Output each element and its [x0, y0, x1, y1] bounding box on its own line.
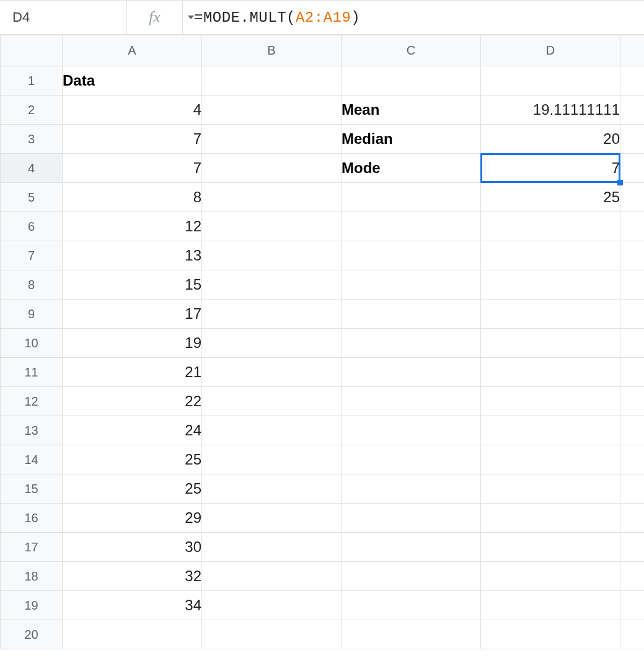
row-header[interactable]: 3: [1, 125, 63, 154]
cell-D12[interactable]: [481, 387, 620, 416]
cell-A1[interactable]: Data: [63, 66, 202, 96]
cell-B14[interactable]: [202, 445, 342, 474]
row-header[interactable]: 2: [1, 96, 63, 125]
cell-A9[interactable]: 17: [63, 300, 202, 329]
cell-A13[interactable]: 24: [63, 416, 202, 445]
cell-C13[interactable]: [342, 416, 481, 445]
row-header[interactable]: 1: [1, 66, 63, 96]
cell-D16[interactable]: [481, 504, 620, 533]
cell-D15[interactable]: [481, 474, 620, 504]
cell-D1[interactable]: [481, 66, 620, 96]
formula-input[interactable]: =MODE.MULT(A2:A19): [183, 1, 371, 34]
spreadsheet-grid[interactable]: A B C D 1Data24Mean19.1111111137Median20…: [0, 35, 644, 649]
cell-C14[interactable]: [342, 445, 481, 474]
cell-C18[interactable]: [342, 562, 481, 591]
cell-A15[interactable]: 25: [63, 474, 202, 504]
cell-C8[interactable]: [342, 270, 481, 300]
row-header[interactable]: 5: [1, 183, 63, 212]
cell-B7[interactable]: [202, 241, 342, 270]
cell-C12[interactable]: [342, 387, 481, 416]
cell-D10[interactable]: [481, 329, 620, 358]
row-header[interactable]: 9: [1, 300, 63, 329]
cell-D4[interactable]: 7: [481, 154, 620, 183]
cell-C7[interactable]: [342, 241, 481, 270]
name-box-wrap[interactable]: [0, 1, 127, 34]
cell-B19[interactable]: [202, 591, 342, 620]
cell-A8[interactable]: 15: [63, 270, 202, 300]
cell-D6[interactable]: [481, 212, 620, 241]
cell-B5[interactable]: [202, 183, 342, 212]
cell-B1[interactable]: [202, 66, 342, 96]
cell-B20[interactable]: [202, 620, 342, 649]
cell-A20[interactable]: [63, 620, 202, 649]
cell-B12[interactable]: [202, 387, 342, 416]
cell-B13[interactable]: [202, 416, 342, 445]
cell-A14[interactable]: 25: [63, 445, 202, 474]
cell-B16[interactable]: [202, 504, 342, 533]
cell-D3[interactable]: 20: [481, 125, 620, 154]
row-header[interactable]: 10: [1, 329, 63, 358]
cell-A3[interactable]: 7: [63, 125, 202, 154]
cell-C9[interactable]: [342, 300, 481, 329]
row-header[interactable]: 7: [1, 241, 63, 270]
cell-A19[interactable]: 34: [63, 591, 202, 620]
row-header[interactable]: 8: [1, 270, 63, 300]
cell-A12[interactable]: 22: [63, 387, 202, 416]
cell-D18[interactable]: [481, 562, 620, 591]
row-header[interactable]: 17: [1, 533, 63, 562]
row-header[interactable]: 20: [1, 620, 63, 649]
row-header[interactable]: 14: [1, 445, 63, 474]
cell-A17[interactable]: 30: [63, 533, 202, 562]
select-all-corner[interactable]: [1, 35, 63, 66]
cell-A7[interactable]: 13: [63, 241, 202, 270]
cell-A4[interactable]: 7: [63, 154, 202, 183]
cell-C20[interactable]: [342, 620, 481, 649]
cell-A10[interactable]: 19: [63, 329, 202, 358]
row-header[interactable]: 15: [1, 474, 63, 504]
cell-D7[interactable]: [481, 241, 620, 270]
cell-B17[interactable]: [202, 533, 342, 562]
cell-A18[interactable]: 32: [63, 562, 202, 591]
cell-B3[interactable]: [202, 125, 342, 154]
cell-B18[interactable]: [202, 562, 342, 591]
row-header[interactable]: 4: [1, 154, 63, 183]
cell-A16[interactable]: 29: [63, 504, 202, 533]
cell-D17[interactable]: [481, 533, 620, 562]
row-header[interactable]: 19: [1, 591, 63, 620]
row-header[interactable]: 16: [1, 504, 63, 533]
cell-B9[interactable]: [202, 300, 342, 329]
cell-D13[interactable]: [481, 416, 620, 445]
cell-C5[interactable]: [342, 183, 481, 212]
cell-D2[interactable]: 19.11111111: [481, 96, 620, 125]
cell-C10[interactable]: [342, 329, 481, 358]
col-header-D[interactable]: D: [481, 35, 620, 66]
row-header[interactable]: 13: [1, 416, 63, 445]
cell-C2[interactable]: Mean: [342, 96, 481, 125]
cell-D14[interactable]: [481, 445, 620, 474]
cell-D5[interactable]: 25: [481, 183, 620, 212]
cell-C15[interactable]: [342, 474, 481, 504]
cell-B8[interactable]: [202, 270, 342, 300]
cell-B10[interactable]: [202, 329, 342, 358]
cell-D20[interactable]: [481, 620, 620, 649]
cell-B11[interactable]: [202, 358, 342, 387]
cell-C16[interactable]: [342, 504, 481, 533]
row-header[interactable]: 18: [1, 562, 63, 591]
cell-C17[interactable]: [342, 533, 481, 562]
fill-handle[interactable]: [617, 180, 623, 185]
cell-A5[interactable]: 8: [63, 183, 202, 212]
cell-D8[interactable]: [481, 270, 620, 300]
cell-D19[interactable]: [481, 591, 620, 620]
cell-C6[interactable]: [342, 212, 481, 241]
row-header[interactable]: 12: [1, 387, 63, 416]
cell-C1[interactable]: [342, 66, 481, 96]
cell-A6[interactable]: 12: [63, 212, 202, 241]
cell-B4[interactable]: [202, 154, 342, 183]
cell-C11[interactable]: [342, 358, 481, 387]
cell-A11[interactable]: 21: [63, 358, 202, 387]
row-header[interactable]: 6: [1, 212, 63, 241]
row-header[interactable]: 11: [1, 358, 63, 387]
cell-B6[interactable]: [202, 212, 342, 241]
cell-D9[interactable]: [481, 300, 620, 329]
cell-C4[interactable]: Mode: [342, 154, 481, 183]
